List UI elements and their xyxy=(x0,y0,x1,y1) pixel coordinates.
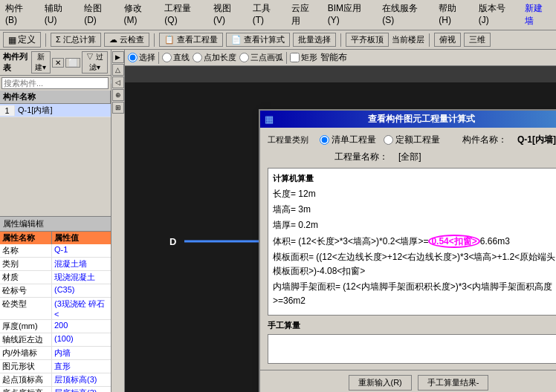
sum-calc-button[interactable]: Σ 汇总计算 xyxy=(51,33,101,47)
dialog-overlay: ▦ 查看构件图元工程量计算式 × 工程量类别 清单工程量 xyxy=(125,50,556,392)
machine-calc-section: 计算机算量 长度= 12m 墙高= 3m 墙厚= 0.2m 体积= (12<长度… xyxy=(268,168,556,316)
vtoolbar-btn1[interactable]: ▶ xyxy=(112,51,124,63)
menu-bim[interactable]: BIM应用(Y) xyxy=(326,1,374,28)
re-input-button[interactable]: 重新输入(R) xyxy=(349,375,412,391)
machine-calc-title: 计算机算量 xyxy=(273,173,556,184)
menu-online[interactable]: 在线服务(S) xyxy=(380,1,430,28)
toolbar-separator3 xyxy=(340,33,341,47)
prop-row-inner-outer: 内/外墙标 内墙 xyxy=(0,347,111,360)
radio-list[interactable] xyxy=(320,135,329,145)
delete-component-button[interactable]: ✕ xyxy=(52,58,64,68)
dialog-footer: 重新输入(R) 手工算量结果- xyxy=(260,370,556,393)
hand-calc-section: 手工算量 xyxy=(268,320,556,364)
3d-button[interactable]: 三维 xyxy=(464,33,491,47)
toolbar-separator4 xyxy=(429,33,430,47)
search-input[interactable] xyxy=(1,77,109,89)
qty-label: 工程量名称： xyxy=(334,151,388,163)
prop-val-header: 属性值 xyxy=(52,232,111,244)
calc-line-height: 墙高= 3m xyxy=(273,203,556,217)
menu-aux[interactable]: 辅助(U) xyxy=(42,1,76,28)
menu-component[interactable]: 构件(B) xyxy=(3,1,36,28)
hand-calc-result-button[interactable]: 手工算量结果- xyxy=(418,375,489,391)
prop-row-axis-left: 轴线距左边 (100) xyxy=(0,333,111,347)
component-name-label: 构件名称： xyxy=(462,134,507,146)
prop-row-top-elev: 起点顶标高 层顶标高(3) xyxy=(0,373,111,387)
comp-num: 1 xyxy=(0,105,15,116)
component-name-value: Q-1[内墙] xyxy=(517,134,556,146)
vertical-toolbar: ▶ △ ◁ ⊕ ⊞ xyxy=(111,50,125,392)
define-button[interactable]: ▦ 定义 xyxy=(3,32,41,48)
menu-help[interactable]: 帮助(H) xyxy=(436,1,470,28)
comp-table-header: 构件名称 xyxy=(0,91,111,104)
menu-tool[interactable]: 工具(T) xyxy=(250,1,283,28)
component-row[interactable]: 1 Q-1[内墙] xyxy=(0,104,111,117)
vtoolbar-btn2[interactable]: △ xyxy=(112,64,124,76)
view-formula-button[interactable]: 📄 查看计算式 xyxy=(226,33,290,47)
main-toolbar: ▦ 定义 Σ 汇总计算 ☁ 云检查 📋 查看工程量 📄 查看计算式 批量选择 平… xyxy=(0,30,556,50)
define-icon: ▦ xyxy=(8,35,16,45)
calc-formula-dialog: ▦ 查看构件图元工程量计算式 × 工程量类别 清单工程量 xyxy=(259,109,556,392)
left-panel: 构件列表 新建▾ ✕ ⬜ ▽ 过滤▾ 🔍 构件名称 1 Q-1[内墙] 属性编辑… xyxy=(0,50,111,392)
prop-row-type: 类别 混凝土墙 xyxy=(0,258,111,271)
radio-quota[interactable] xyxy=(384,135,393,145)
highlight-deduct-window: 0.54<扣窗> xyxy=(428,235,479,248)
calc-line-thickness: 墙厚= 0.2m xyxy=(273,218,556,232)
dialog-body: 工程量类别 清单工程量 定额工程量 构件名称： xyxy=(260,128,556,370)
dialog-title-bar: ▦ 查看构件图元工程量计算式 × xyxy=(260,111,556,128)
comp-name-header: 构件名称 xyxy=(0,91,111,103)
new-component-button[interactable]: 新建▾ xyxy=(31,51,51,74)
calc-content: 长度= 12m 墙高= 3m 墙厚= 0.2m 体积= (12<长度>*3<墙高… xyxy=(273,187,556,309)
prop-panel: 属性编辑框 属性名称 属性值 名称 Q-1 类别 混凝土墙 材质 现浇混凝土 xyxy=(0,216,111,392)
menu-draw[interactable]: 绘图(D) xyxy=(82,1,115,28)
panel-title: 构件列表 xyxy=(3,51,31,74)
vtoolbar-btn5[interactable]: ⊞ xyxy=(112,102,124,114)
prop-row-grade: 砼标号 (C35) xyxy=(0,284,111,298)
form-row-type: 工程量类别 清单工程量 定额工程量 构件名称： xyxy=(268,134,556,146)
type-label: 工程量类别 xyxy=(268,134,312,146)
align-slab-button[interactable]: 平齐板顶 xyxy=(346,33,389,47)
menu-qty[interactable]: 工程量(Q) xyxy=(162,1,205,28)
menu-version[interactable]: 版本号(J) xyxy=(476,1,517,28)
qty-value: [全部] xyxy=(398,151,421,163)
menu-new-wall[interactable]: 新建墙 xyxy=(523,1,553,28)
calc-line-length: 长度= 12m xyxy=(273,187,556,201)
menu-view[interactable]: 视图(V) xyxy=(211,1,245,28)
calc-line-scaffold: 内墙脚手架面积= (12<内墙脚手架面积积长度>)*3<内墙脚手架面积高度>=3… xyxy=(273,280,556,308)
prop-row-thickness: 厚度(mm) 200 xyxy=(0,320,111,333)
main-layout: 构件列表 新建▾ ✕ ⬜ ▽ 过滤▾ 🔍 构件名称 1 Q-1[内墙] 属性编辑… xyxy=(0,50,556,392)
cloud-check-button[interactable]: ☁ 云检查 xyxy=(104,33,149,47)
prop-table: 属性名称 属性值 名称 Q-1 类别 混凝土墙 材质 现浇混凝土 砼标号 ( xyxy=(0,232,111,392)
top-view-button[interactable]: 俯视 xyxy=(434,33,461,47)
copy-component-button[interactable]: ⬜ xyxy=(65,58,80,68)
prop-name-header: 属性名称 xyxy=(0,232,52,244)
batch-select-button[interactable]: 批量选择 xyxy=(293,33,336,47)
calc-line-volume: 体积= (12<长度>*3<墙高>)*0.2<墙厚>=0.54<扣窗>6.66m… xyxy=(273,235,556,249)
comp-name: Q-1[内墙] xyxy=(15,104,111,117)
calc-line-formwork: 模板面积= ((12<左边线长度>+12<右边线长度>)*3<墙高>+1.2<原… xyxy=(273,250,556,278)
prop-row-shape: 图元形状 直形 xyxy=(0,360,111,373)
radio-quota-label: 定额工程量 xyxy=(384,134,440,146)
menu-cloud[interactable]: 云应用 xyxy=(289,1,320,28)
vtoolbar-btn4[interactable]: ⊕ xyxy=(112,89,124,101)
toolbar-separator xyxy=(45,33,46,47)
view-qty-button[interactable]: 📋 查看工程量 xyxy=(159,33,223,47)
radio-group: 清单工程量 定额工程量 xyxy=(320,134,440,146)
menu-modify[interactable]: 修改(M) xyxy=(122,1,157,28)
prop-row-concrete-type: 砼类型 (3现浇砼 碎石< xyxy=(0,298,111,320)
filter-button[interactable]: ▽ 过滤▾ xyxy=(82,51,108,74)
search-box: 🔍 xyxy=(0,76,111,91)
current-floor-label: 当前楼层 xyxy=(392,34,424,45)
dialog-icon: ▦ xyxy=(265,114,274,125)
dialog-title-text: 查看构件图元工程量计算式 xyxy=(368,113,475,125)
hand-calc-area xyxy=(268,334,556,364)
prop-row-bot-elev: 底点底标高 层底标高(3) xyxy=(0,387,111,392)
panel-toolbar: 新建▾ ✕ ⬜ ▽ 过滤▾ xyxy=(31,51,108,74)
canvas-area: 选择 直线 点加长度 三点画弧 矩形 智能布 D xyxy=(125,50,556,392)
vtoolbar-btn3[interactable]: ◁ xyxy=(112,76,124,88)
prop-header-row: 属性名称 属性值 xyxy=(0,232,111,244)
hand-calc-title: 手工算量 xyxy=(268,320,556,331)
form-row-qty: 工程量名称： [全部] xyxy=(268,151,556,163)
toolbar-separator2 xyxy=(154,33,155,47)
prop-row-name: 名称 Q-1 xyxy=(0,244,111,258)
panel-header: 构件列表 新建▾ ✕ ⬜ ▽ 过滤▾ xyxy=(0,50,111,76)
